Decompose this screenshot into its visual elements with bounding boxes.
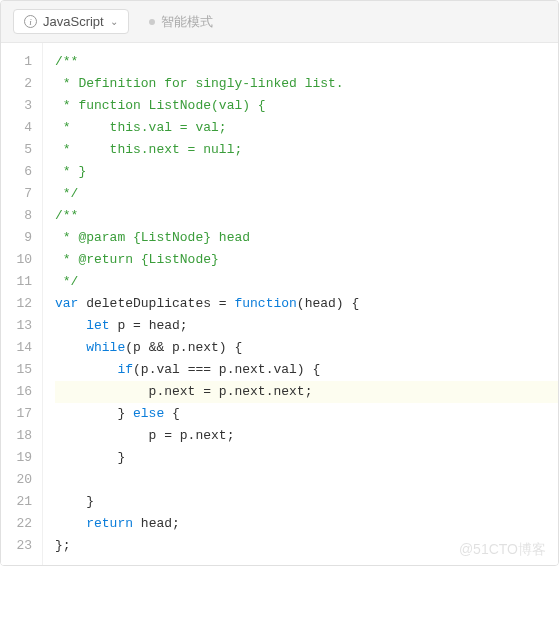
code-line: } else { bbox=[55, 403, 558, 425]
code-line: return head; bbox=[55, 513, 558, 535]
line-number: 23 bbox=[1, 535, 32, 557]
code-line: p.next = p.next.next; bbox=[55, 381, 558, 403]
language-label: JavaScript bbox=[43, 14, 104, 29]
code-line: } bbox=[55, 447, 558, 469]
code-line bbox=[55, 469, 558, 491]
line-number-gutter: 1234567891011121314151617181920212223 bbox=[1, 43, 43, 565]
code-line: */ bbox=[55, 183, 558, 205]
line-number: 22 bbox=[1, 513, 32, 535]
code-line: var deleteDuplicates = function(head) { bbox=[55, 293, 558, 315]
line-number: 8 bbox=[1, 205, 32, 227]
line-number: 14 bbox=[1, 337, 32, 359]
header-bar: i JavaScript ⌄ 智能模式 bbox=[1, 1, 558, 43]
code-body[interactable]: /** * Definition for singly-linked list.… bbox=[43, 43, 558, 565]
mode-indicator: 智能模式 bbox=[149, 13, 213, 31]
line-number: 9 bbox=[1, 227, 32, 249]
line-number: 20 bbox=[1, 469, 32, 491]
code-line: }; bbox=[55, 535, 558, 557]
line-number: 21 bbox=[1, 491, 32, 513]
line-number: 3 bbox=[1, 95, 32, 117]
language-select[interactable]: i JavaScript ⌄ bbox=[13, 9, 129, 34]
line-number: 17 bbox=[1, 403, 32, 425]
code-line: /** bbox=[55, 205, 558, 227]
code-line: if(p.val === p.next.val) { bbox=[55, 359, 558, 381]
status-dot-icon bbox=[149, 19, 155, 25]
code-line: * @param {ListNode} head bbox=[55, 227, 558, 249]
line-number: 13 bbox=[1, 315, 32, 337]
code-line: * } bbox=[55, 161, 558, 183]
line-number: 11 bbox=[1, 271, 32, 293]
line-number: 4 bbox=[1, 117, 32, 139]
line-number: 5 bbox=[1, 139, 32, 161]
code-line: * Definition for singly-linked list. bbox=[55, 73, 558, 95]
line-number: 12 bbox=[1, 293, 32, 315]
chevron-down-icon: ⌄ bbox=[110, 16, 118, 27]
code-line: /** bbox=[55, 51, 558, 73]
line-number: 15 bbox=[1, 359, 32, 381]
mode-label: 智能模式 bbox=[161, 13, 213, 31]
line-number: 6 bbox=[1, 161, 32, 183]
code-line: p = p.next; bbox=[55, 425, 558, 447]
line-number: 16 bbox=[1, 381, 32, 403]
line-number: 18 bbox=[1, 425, 32, 447]
info-icon: i bbox=[24, 15, 37, 28]
line-number: 7 bbox=[1, 183, 32, 205]
code-line: } bbox=[55, 491, 558, 513]
code-area: 1234567891011121314151617181920212223 /*… bbox=[1, 43, 558, 565]
code-line: * @return {ListNode} bbox=[55, 249, 558, 271]
code-snippet-container: i JavaScript ⌄ 智能模式 12345678910111213141… bbox=[0, 0, 559, 566]
code-line: let p = head; bbox=[55, 315, 558, 337]
code-line: */ bbox=[55, 271, 558, 293]
line-number: 2 bbox=[1, 73, 32, 95]
line-number: 19 bbox=[1, 447, 32, 469]
line-number: 10 bbox=[1, 249, 32, 271]
code-line: * function ListNode(val) { bbox=[55, 95, 558, 117]
code-line: while(p && p.next) { bbox=[55, 337, 558, 359]
code-line: * this.val = val; bbox=[55, 117, 558, 139]
code-line: * this.next = null; bbox=[55, 139, 558, 161]
line-number: 1 bbox=[1, 51, 32, 73]
